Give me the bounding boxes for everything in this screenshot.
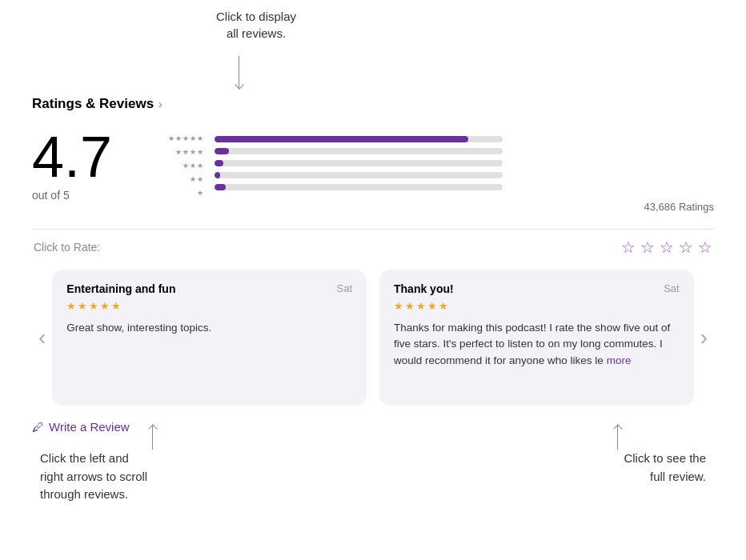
reviews-cards: Entertaining and fun Sat ★ ★ ★ ★ ★ Great… (52, 270, 693, 406)
review-card-2: Thank you! Sat ★ ★ ★ ★ ★ Thanks for maki… (379, 270, 694, 406)
bar-track-2 (215, 172, 503, 178)
star-icons-column: ★ ★ ★ ★ ★ ★ ★ ★ ★ ★ ★ ★ ★ (168, 133, 203, 197)
star-rating-interactive[interactable]: ☆ ☆ ☆ ☆ ☆ (621, 238, 712, 257)
big-rating: 4.7 out of 5 (32, 128, 136, 202)
stars-histogram: ★ ★ ★ ★ ★ ★ ★ ★ ★ ★ ★ ★ ★ (168, 133, 714, 213)
review-date-2: Sat (664, 282, 680, 294)
star-4[interactable]: ☆ (679, 238, 693, 257)
star-5[interactable]: ☆ (698, 238, 712, 257)
write-review-icon: 🖊 (32, 420, 44, 434)
ratings-count: 43,686 Ratings (215, 201, 714, 213)
section-title: Ratings & Reviews (32, 96, 154, 112)
star-2[interactable]: ☆ (640, 238, 655, 257)
click-to-rate-row: Click to Rate: ☆ ☆ ☆ ☆ ☆ (32, 238, 714, 257)
rating-number: 4.7 (32, 128, 112, 186)
bar-fill-4 (215, 148, 229, 154)
main-container: Click to display all reviews. Ratings & … (0, 0, 746, 520)
star-1[interactable]: ☆ (621, 238, 636, 257)
review-stars-2: ★ ★ ★ ★ ★ (394, 300, 680, 312)
star-row-1: ★ (197, 189, 203, 197)
chevron-icon: › (158, 98, 162, 110)
rating-summary: 4.7 out of 5 ★ ★ ★ ★ ★ ★ ★ ★ ★ (32, 128, 714, 213)
review-card-header-2: Thank you! Sat (394, 282, 680, 295)
bar-track-5 (215, 136, 503, 142)
reviews-row: ‹ Entertaining and fun Sat ★ ★ ★ ★ ★ Gre… (32, 270, 714, 406)
annotation-top: Click to display all reviews. (176, 8, 336, 42)
star-row-5: ★ ★ ★ ★ ★ (168, 134, 203, 142)
star-row-2: ★ ★ (190, 175, 203, 183)
divider (32, 229, 714, 230)
star-3[interactable]: ☆ (660, 238, 674, 257)
bar-track-4 (215, 148, 503, 154)
star-row-3: ★ ★ ★ (182, 162, 203, 170)
review-body-1: Great show, interesting topics. (66, 320, 352, 393)
bar-fill-2 (215, 172, 220, 178)
review-date-1: Sat (336, 282, 352, 294)
write-review-link[interactable]: 🖊 Write a Review (32, 420, 714, 434)
review-more-button[interactable]: more (607, 354, 632, 366)
bar-fill-1 (215, 184, 226, 190)
review-card-1: Entertaining and fun Sat ★ ★ ★ ★ ★ Great… (52, 270, 367, 406)
left-arrow-button[interactable]: ‹ (32, 325, 52, 350)
review-card-header-1: Entertaining and fun Sat (66, 282, 352, 295)
bar-track-3 (215, 160, 503, 166)
review-body-2: Thanks for making this podcast! I rate t… (394, 320, 680, 393)
bars-column: 43,686 Ratings (215, 133, 714, 213)
annotation-line-top (239, 56, 239, 88)
annotation-bottom-left: Click the left and right arrows to scrol… (40, 450, 147, 504)
rating-out-of: out of 5 (32, 189, 70, 202)
star-row-4: ★ ★ ★ ★ (175, 148, 203, 156)
review-stars-1: ★ ★ ★ ★ ★ (66, 300, 352, 312)
bar-fill-3 (215, 160, 223, 166)
right-arrow-button[interactable]: › (694, 325, 714, 350)
bar-track-1 (215, 184, 503, 190)
ann-left-arrow (152, 426, 153, 450)
section-header[interactable]: Ratings & Reviews › (32, 96, 714, 112)
click-to-rate-label: Click to Rate: (34, 241, 100, 254)
review-title-1: Entertaining and fun (66, 282, 175, 295)
annotation-bottom-right: Click to see the full review. (624, 450, 706, 486)
bottom-annotations: Click the left and right arrows to scrol… (32, 450, 714, 504)
bar-fill-5 (215, 136, 468, 142)
write-review-label: Write a Review (49, 420, 130, 434)
ann-right-arrow (617, 426, 618, 450)
review-title-2: Thank you! (394, 282, 454, 295)
